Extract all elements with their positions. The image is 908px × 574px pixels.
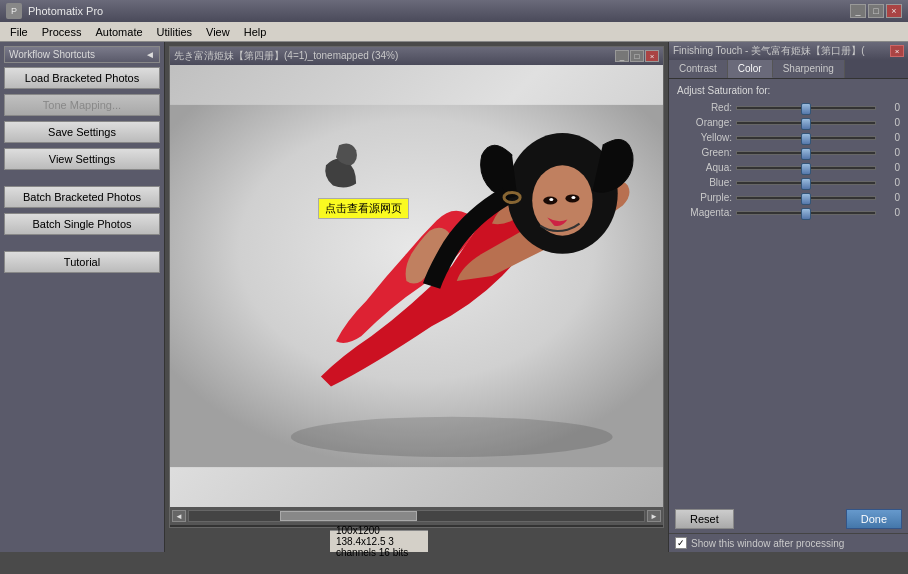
image-area: 点击查看源网页	[170, 65, 663, 507]
menu-process[interactable]: Process	[36, 23, 88, 41]
iw-close[interactable]: ×	[645, 50, 659, 62]
red-slider-row: Red: 0	[677, 102, 900, 113]
tab-sharpening[interactable]: Sharpening	[773, 60, 845, 78]
title-bar: P Photomatix Pro _ □ ×	[0, 0, 908, 22]
main-content: Workflow Shortcuts ◄ Load Bracketed Phot…	[0, 42, 908, 552]
svg-point-7	[571, 196, 575, 199]
tutorial-button[interactable]: Tutorial	[4, 251, 160, 273]
magenta-slider[interactable]	[736, 211, 876, 215]
scroll-left[interactable]: ◄	[172, 510, 186, 522]
green-slider-row: Green: 0	[677, 147, 900, 158]
aqua-value: 0	[880, 162, 900, 173]
yellow-slider[interactable]	[736, 136, 876, 140]
green-label: Green:	[677, 147, 732, 158]
right-panel-footer: ✓ Show this window after processing	[669, 533, 908, 552]
divider2	[4, 239, 160, 247]
orange-slider[interactable]	[736, 121, 876, 125]
batch-bracketed-button[interactable]: Batch Bracketed Photos	[4, 186, 160, 208]
scroll-track[interactable]	[188, 510, 645, 522]
blue-label: Blue:	[677, 177, 732, 188]
window-controls: _ □ ×	[850, 4, 902, 18]
maximize-button[interactable]: □	[868, 4, 884, 18]
orange-value: 0	[880, 117, 900, 128]
red-label: Red:	[677, 102, 732, 113]
magenta-value: 0	[880, 207, 900, 218]
blue-value: 0	[880, 177, 900, 188]
right-panel-title: Finishing Touch - 美气富有姫妹【第口册】(	[673, 44, 890, 58]
show-window-label: Show this window after processing	[691, 538, 844, 549]
scroll-right[interactable]: ►	[647, 510, 661, 522]
left-panel: Workflow Shortcuts ◄ Load Bracketed Phot…	[0, 42, 165, 552]
batch-single-button[interactable]: Batch Single Photos	[4, 213, 160, 235]
menu-bar: File Process Automate Utilities View Hel…	[0, 22, 908, 42]
iw-minimize[interactable]: _	[615, 50, 629, 62]
green-value: 0	[880, 147, 900, 158]
menu-utilities[interactable]: Utilities	[151, 23, 198, 41]
image-window: 先き富清姫妹【第四册】(4=1)_tonemapped (34%) _ □ ×	[169, 46, 664, 528]
green-slider[interactable]	[736, 151, 876, 155]
close-button[interactable]: ×	[886, 4, 902, 18]
orange-label: Orange:	[677, 117, 732, 128]
menu-help[interactable]: Help	[238, 23, 273, 41]
right-panel-buttons: Reset Done	[669, 505, 908, 533]
magenta-slider-row: Magenta: 0	[677, 207, 900, 218]
load-bracketed-button[interactable]: Load Bracketed Photos	[4, 67, 160, 89]
red-value: 0	[880, 102, 900, 113]
magenta-label: Magenta:	[677, 207, 732, 218]
yellow-value: 0	[880, 132, 900, 143]
svg-point-5	[549, 198, 553, 201]
status-text: 100x1200 138.4x12.5 3 channels 16 bits	[336, 525, 422, 558]
image-window-titlebar: 先き富清姫妹【第四册】(4=1)_tonemapped (34%) _ □ ×	[170, 47, 663, 65]
menu-view[interactable]: View	[200, 23, 236, 41]
watermark: 点击查看源网页	[318, 198, 409, 219]
aqua-slider[interactable]	[736, 166, 876, 170]
save-settings-button[interactable]: Save Settings	[4, 121, 160, 143]
blue-slider[interactable]	[736, 181, 876, 185]
status-bar: 100x1200 138.4x12.5 3 channels 16 bits	[330, 530, 428, 552]
section-title: Adjust Saturation for:	[677, 85, 900, 96]
show-window-checkbox[interactable]: ✓	[675, 537, 687, 549]
tab-bar: Contrast Color Sharpening	[669, 60, 908, 79]
purple-slider-row: Purple: 0	[677, 192, 900, 203]
sliders-section: Adjust Saturation for: Red: 0 Orange: 0 …	[669, 79, 908, 505]
orange-slider-row: Orange: 0	[677, 117, 900, 128]
divider	[4, 174, 160, 182]
panel-header: Workflow Shortcuts ◄	[4, 46, 160, 63]
menu-automate[interactable]: Automate	[89, 23, 148, 41]
right-panel-close-button[interactable]: ×	[890, 45, 904, 57]
purple-label: Purple:	[677, 192, 732, 203]
tone-mapping-button: Tone Mapping...	[4, 94, 160, 116]
svg-point-1	[291, 417, 613, 457]
panel-title: Workflow Shortcuts	[9, 49, 95, 60]
right-panel-titlebar: Finishing Touch - 美气富有姫妹【第口册】( ×	[669, 42, 908, 60]
image-window-title: 先き富清姫妹【第四册】(4=1)_tonemapped (34%)	[174, 49, 615, 63]
iw-maximize[interactable]: □	[630, 50, 644, 62]
photo-svg	[170, 65, 663, 507]
done-button[interactable]: Done	[846, 509, 902, 529]
app-icon: P	[6, 3, 22, 19]
minimize-button[interactable]: _	[850, 4, 866, 18]
red-slider[interactable]	[736, 106, 876, 110]
purple-value: 0	[880, 192, 900, 203]
aqua-label: Aqua:	[677, 162, 732, 173]
center-area: 先き富清姫妹【第四册】(4=1)_tonemapped (34%) _ □ ×	[165, 42, 668, 552]
scroll-thumb[interactable]	[280, 511, 417, 521]
blue-slider-row: Blue: 0	[677, 177, 900, 188]
image-window-controls: _ □ ×	[615, 50, 659, 62]
panel-collapse-icon[interactable]: ◄	[145, 49, 155, 60]
purple-slider[interactable]	[736, 196, 876, 200]
reset-button[interactable]: Reset	[675, 509, 734, 529]
app-title: Photomatix Pro	[28, 5, 850, 17]
yellow-slider-row: Yellow: 0	[677, 132, 900, 143]
view-settings-button[interactable]: View Settings	[4, 148, 160, 170]
horizontal-scrollbar[interactable]: ◄ ►	[170, 507, 663, 525]
menu-file[interactable]: File	[4, 23, 34, 41]
tab-color[interactable]: Color	[728, 60, 773, 78]
yellow-label: Yellow:	[677, 132, 732, 143]
tab-contrast[interactable]: Contrast	[669, 60, 728, 78]
right-panel: Finishing Touch - 美气富有姫妹【第口册】( × Contras…	[668, 42, 908, 552]
aqua-slider-row: Aqua: 0	[677, 162, 900, 173]
